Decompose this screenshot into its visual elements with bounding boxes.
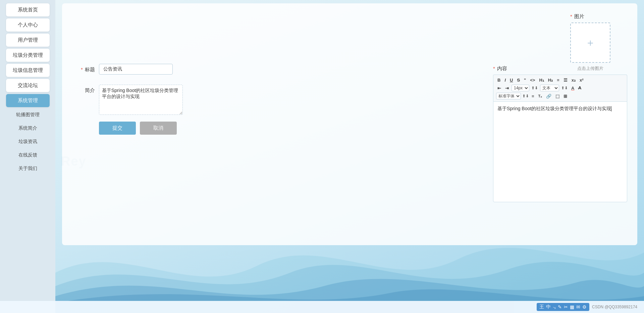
toolbar-bold[interactable]: B	[496, 77, 502, 83]
toolbar-list-ol[interactable]: ≡	[555, 77, 561, 83]
toolbar-clear-format[interactable]: A̶	[577, 85, 583, 91]
toolbar-type-arrows: ⬆⬇	[560, 86, 569, 90]
toolbar-font-select[interactable]: 标准字体	[496, 93, 521, 99]
toolbar-font-arrows: ⬆⬇	[522, 94, 529, 98]
image-required-star: *	[570, 13, 574, 19]
sidebar-item-profile[interactable]: 个人中心	[6, 18, 50, 32]
editor-section: * 内容 B I U S " <> H₁ H₂ ≡ ☰ x₂ x²	[493, 65, 627, 202]
sidebar-item-about[interactable]: 关于我们	[6, 163, 50, 174]
image-section: * 图片 ＋ 点击上传图片	[570, 13, 610, 72]
sidebar-item-users[interactable]: 用户管理	[6, 34, 50, 47]
toolbar-align[interactable]: ≡	[530, 93, 536, 99]
taskbar-icons: 王 中 ·ₛ ✎ ✂ ▦ ✉ ⚙	[537, 303, 589, 311]
taskbar-icon-grid[interactable]: ▦	[570, 304, 574, 310]
content-label: * 内容	[493, 65, 627, 72]
toolbar-h2[interactable]: H₂	[547, 77, 554, 83]
sidebar-item-feedback[interactable]: 在线反馈	[6, 149, 50, 161]
sidebar-item-system[interactable]: 系统管理	[6, 94, 50, 107]
toolbar-clear-tx[interactable]: Tₓ	[537, 93, 544, 99]
submit-button[interactable]: 提交	[99, 122, 136, 135]
image-upload-box[interactable]: ＋	[570, 23, 610, 63]
sidebar-item-home[interactable]: 系统首页	[6, 3, 50, 16]
cancel-button[interactable]: 取消	[140, 122, 177, 135]
taskbar-icon-wang[interactable]: 王	[539, 304, 544, 310]
toolbar-strikethrough[interactable]: S	[516, 77, 521, 83]
toolbar-size-select[interactable]: 14px 12px 16px 18px	[512, 85, 529, 91]
taskbar-icon-pen[interactable]: ✎	[558, 304, 562, 310]
toolbar-h1[interactable]: H₁	[538, 77, 545, 83]
editor-body[interactable]: 基于Spring Boot的社区垃圾分类管理平台的设计与实现	[493, 101, 627, 202]
taskbar-icon-gear[interactable]: ⚙	[582, 304, 587, 310]
toolbar-code[interactable]: <>	[529, 77, 536, 83]
toolbar-superscript[interactable]: x²	[578, 77, 585, 83]
toolbar-quote[interactable]: "	[523, 77, 527, 83]
taskbar-icon-zh[interactable]: 中	[546, 304, 551, 310]
image-label: * 图片	[570, 13, 584, 20]
content-panel: * 图片 ＋ 点击上传图片 * 标题 * 内容 B I	[62, 3, 637, 245]
toolbar-type-select[interactable]: 文本 标题1 标题2	[540, 85, 559, 91]
sidebar-item-info[interactable]: 垃圾信息管理	[6, 64, 50, 77]
title-label: * 标题	[75, 64, 99, 73]
summary-input[interactable]: 基于Spring Boot的社区垃圾分类管理平台的设计与实现	[99, 85, 183, 115]
taskbar: 王 中 ·ₛ ✎ ✂ ▦ ✉ ⚙ CSDN @QQ3359892174	[55, 301, 644, 313]
sidebar-item-forum[interactable]: 交流论坛	[6, 79, 50, 92]
editor-toolbar: B I U S " <> H₁ H₂ ≡ ☰ x₂ x² ⇤ ⇥	[493, 75, 627, 101]
toolbar-list-ul[interactable]: ☰	[562, 77, 569, 83]
toolbar-row-3: 标准字体 ⬆⬇ ≡ Tₓ 🔗 ⬚ ⊞	[496, 93, 624, 99]
toolbar-image[interactable]: ⬚	[554, 93, 561, 99]
content-required-star: *	[493, 65, 495, 71]
sidebar-item-news[interactable]: 垃圾资讯	[6, 136, 50, 147]
editor-cursor	[611, 106, 611, 111]
toolbar-link[interactable]: 🔗	[545, 93, 553, 99]
taskbar-brand: CSDN @QQ3359892174	[592, 305, 637, 309]
toolbar-italic[interactable]: I	[503, 77, 507, 83]
main-content: Rey * 图片 ＋ 点击上传图片 * 标题 * 内容	[55, 0, 644, 313]
title-required-star: *	[81, 66, 83, 72]
toolbar-table[interactable]: ⊞	[562, 93, 569, 99]
sidebar: 系统首页 个人中心 用户管理 垃圾分类管理 垃圾信息管理 交流论坛 系统管理 轮…	[0, 0, 55, 313]
sidebar-item-intro[interactable]: 系统简介	[6, 123, 50, 134]
taskbar-icon-dot[interactable]: ·ₛ	[553, 304, 556, 310]
toolbar-indent-left[interactable]: ⇤	[496, 85, 502, 91]
toolbar-size-arrows: ⬆⬇	[531, 86, 539, 90]
taskbar-icon-mail[interactable]: ✉	[576, 304, 580, 310]
summary-label: 简介	[75, 85, 99, 94]
taskbar-icon-cut[interactable]: ✂	[564, 304, 568, 310]
toolbar-underline[interactable]: U	[508, 77, 514, 83]
sidebar-item-banner[interactable]: 轮播图管理	[6, 109, 50, 121]
plus-icon: ＋	[585, 36, 595, 50]
editor-content: 基于Spring Boot的社区垃圾分类管理平台的设计与实现	[497, 106, 611, 111]
toolbar-row-1: B I U S " <> H₁ H₂ ≡ ☰ x₂ x²	[496, 77, 624, 83]
toolbar-color[interactable]: A	[570, 85, 576, 91]
title-input[interactable]	[99, 64, 173, 75]
toolbar-row-2: ⇤ ⇥ 14px 12px 16px 18px ⬆⬇ 文本 标题1 标题2 ⬆⬇	[496, 85, 624, 91]
sidebar-item-category[interactable]: 垃圾分类管理	[6, 49, 50, 62]
toolbar-indent-right[interactable]: ⇥	[504, 85, 510, 91]
toolbar-subscript[interactable]: x₂	[570, 77, 577, 83]
